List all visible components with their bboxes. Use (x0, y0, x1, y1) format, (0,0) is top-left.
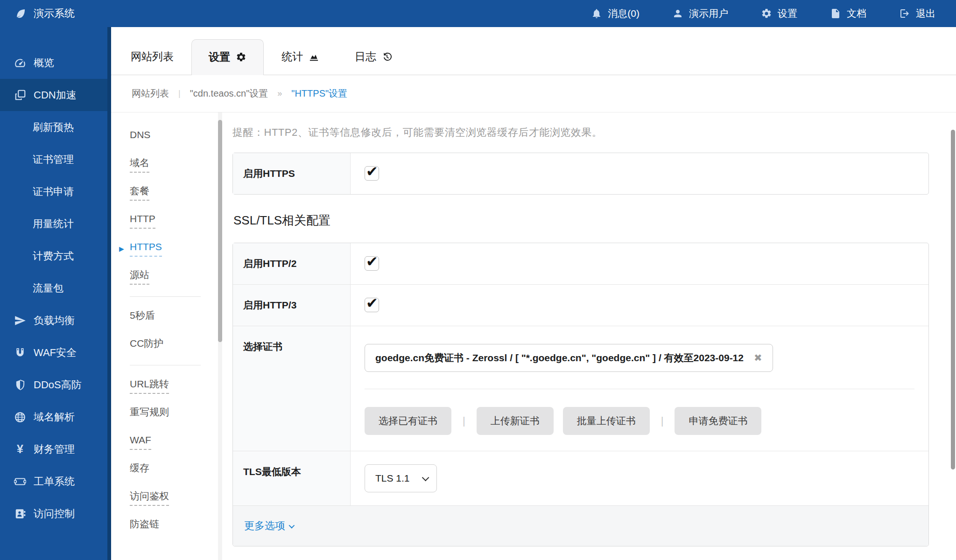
breadcrumb-site-settings[interactable]: "cdn.teaos.cn"设置 (190, 87, 268, 100)
select-cert-label: 选择证书 (233, 326, 351, 451)
subnav-item-plan[interactable]: 套餐 (130, 184, 218, 197)
chevron-down-icon (422, 474, 429, 481)
settings-menu-item[interactable]: 设置 (761, 7, 797, 20)
subnav-item-cc-protect[interactable]: CC防护 (130, 337, 218, 350)
enable-http2-label: 启用HTTP/2 (233, 243, 351, 284)
sidebar-item-label: 负载均衡 (34, 314, 75, 328)
sidebar-item-traffic-package[interactable]: 流量包 (0, 272, 107, 304)
messages-menu-item[interactable]: 消息(0) (591, 7, 640, 20)
chevron-down-icon (289, 522, 295, 528)
batch-upload-cert-button[interactable]: 批量上传证书 (563, 407, 650, 435)
subnav-item-5s-shield[interactable]: 5秒盾 (130, 309, 218, 322)
enable-http3-label: 启用HTTP/3 (233, 285, 351, 326)
docs-menu-item[interactable]: 文档 (830, 7, 866, 20)
subnav-divider (130, 365, 201, 365)
sidebar-item-finance[interactable]: ¥ 财务管理 (0, 433, 107, 465)
magnet-icon (14, 347, 26, 359)
breadcrumb-separator: | (178, 89, 181, 98)
subnav-item-domain[interactable]: 域名 (130, 156, 218, 169)
subnav-scrollbar-thumb[interactable] (218, 120, 222, 342)
docs-label: 文档 (847, 7, 866, 20)
enable-http3-checkbox[interactable] (365, 298, 379, 312)
subnav-item-http[interactable]: HTTP (130, 212, 218, 225)
more-options-link[interactable]: 更多选项 (244, 519, 293, 533)
tab-logs[interactable]: 日志 (355, 39, 393, 75)
sidebar-item-label: CDN加速 (34, 88, 77, 102)
tab-label: 日志 (355, 49, 376, 64)
tls-version-select[interactable]: TLS 1.1 (365, 464, 437, 492)
subnav-item-dns[interactable]: DNS (130, 128, 218, 141)
enable-http2-row: 启用HTTP/2 (233, 243, 928, 284)
tab-stats[interactable]: 统计 (281, 39, 319, 75)
subnav-item-waf[interactable]: WAF (130, 434, 218, 446)
enable-https-table: 启用HTTPS (232, 153, 929, 195)
brand-title: 演示系统 (34, 7, 75, 21)
subnav-item-hotlink-protect[interactable]: 防盗链 (130, 518, 218, 530)
enable-http2-checkbox[interactable] (365, 256, 379, 271)
sidebar-item-waf[interactable]: WAF安全 (0, 336, 107, 369)
sidebar-item-access-control[interactable]: 访问控制 (0, 497, 107, 530)
sidebar-item-load-balancer[interactable]: 负载均衡 (0, 304, 107, 336)
user-menu-item[interactable]: 演示用户 (672, 7, 728, 20)
sidebar-item-label: 刷新预热 (33, 120, 74, 134)
enable-https-checkbox[interactable] (365, 166, 379, 181)
sidebar-item-usage-stats[interactable]: 用量统计 (0, 208, 107, 240)
brand-logo[interactable]: 演示系统 (14, 7, 75, 21)
cert-remove-icon[interactable]: ✖ (754, 352, 762, 364)
tab-site-list[interactable]: 网站列表 (131, 39, 174, 75)
sidebar-item-ddos[interactable]: DDoS高防 (0, 369, 107, 401)
sidebar-item-dns-resolve[interactable]: 域名解析 (0, 401, 107, 433)
sidebar-item-overview[interactable]: 概览 (0, 47, 107, 79)
breadcrumb-site-list[interactable]: 网站列表 (132, 87, 169, 100)
sidebar-item-label: 访问控制 (34, 507, 75, 521)
more-options-label: 更多选项 (244, 519, 285, 533)
select-existing-cert-button[interactable]: 选择已有证书 (365, 407, 451, 435)
tab-label: 设置 (209, 50, 230, 64)
sidebar-item-refresh-preheat[interactable]: 刷新预热 (0, 111, 107, 143)
sidebar-item-cert-manage[interactable]: 证书管理 (0, 143, 107, 175)
subnav-divider (130, 296, 201, 297)
tab-bar: 网站列表 设置 统计 日志 (111, 27, 956, 75)
subnav-label: HTTP (130, 213, 155, 229)
settings-subnav: DNS 域名 套餐 HTTP ▶HTTPS 源站 5秒盾 CC防护 URL跳转 … (111, 112, 218, 560)
breadcrumb: 网站列表 | "cdn.teaos.cn"设置 » "HTTPS"设置 (111, 75, 956, 112)
subnav-scrollbar (218, 112, 222, 560)
ssl-tls-table: 启用HTTP/2 启用HTTP/3 选择证书 (232, 243, 929, 546)
sidebar-item-billing-method[interactable]: 计费方式 (0, 240, 107, 272)
content: DNS 域名 套餐 HTTP ▶HTTPS 源站 5秒盾 CC防护 URL跳转 … (111, 112, 956, 560)
subnav-item-cache[interactable]: 缓存 (130, 462, 218, 474)
idcard-icon (14, 508, 26, 520)
subnav-item-url-redirect[interactable]: URL跳转 (130, 378, 218, 390)
tab-label: 统计 (281, 49, 303, 64)
apply-free-cert-button[interactable]: 申请免费证书 (675, 407, 761, 435)
sidebar-item-tickets[interactable]: 工单系统 (0, 465, 107, 497)
sidebar-item-cert-apply[interactable]: 证书申请 (0, 175, 107, 208)
cert-tag-text: goedge.cn免费证书 - Zerossl / [ "*.goedge.cn… (375, 351, 744, 364)
settings-label: 设置 (778, 7, 797, 20)
sidebar-item-cdn[interactable]: CDN加速 (0, 79, 107, 111)
gear-icon (236, 52, 246, 63)
subnav-label: 套餐 (130, 185, 149, 201)
button-separator: | (659, 415, 666, 427)
tab-settings[interactable]: 设置 (191, 39, 264, 75)
enable-https-row: 启用HTTPS (233, 153, 928, 194)
subnav-label: CC防护 (130, 338, 163, 349)
subnav-item-https[interactable]: ▶HTTPS (130, 240, 218, 253)
upload-new-cert-button[interactable]: 上传新证书 (477, 407, 554, 435)
main-panel: 网站列表 设置 统计 日志 网站列表 | "cdn.teaos.cn" (111, 27, 956, 560)
user-label: 演示用户 (689, 7, 728, 20)
sidebar-item-label: 用量统计 (33, 217, 74, 231)
https-settings-form: 提醒：HTTP2、证书等信息修改后，可能需要清空浏览器缓存后才能浏览效果。 启用… (222, 112, 956, 560)
leaf-icon (14, 7, 27, 20)
topbar-menu: 消息(0) 演示用户 设置 文档 退出 (591, 7, 935, 20)
subnav-label: 重写规则 (130, 406, 169, 417)
logout-menu-item[interactable]: 退出 (899, 7, 935, 20)
reminder-text: 提醒：HTTP2、证书等信息修改后，可能需要清空浏览器缓存后才能浏览效果。 (232, 126, 929, 140)
main-scrollbar-thumb[interactable] (951, 130, 955, 469)
subnav-item-origin[interactable]: 源站 (130, 268, 218, 281)
subnav-item-rewrite-rules[interactable]: 重写规则 (130, 406, 218, 418)
subnav-label: HTTPS (130, 241, 162, 257)
chart-area-icon (309, 51, 319, 62)
subnav-item-auth[interactable]: 访问鉴权 (130, 490, 218, 502)
send-icon (14, 315, 26, 327)
